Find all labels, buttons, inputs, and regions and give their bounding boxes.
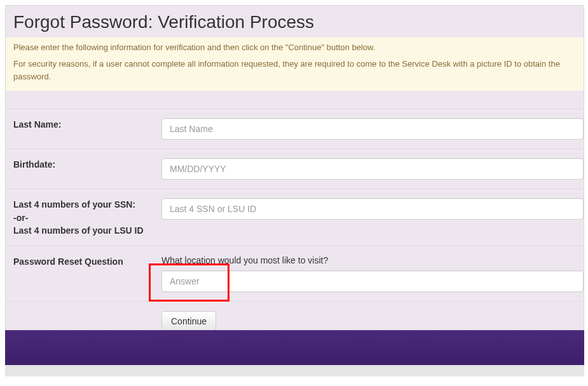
ssn-input[interactable] — [161, 198, 584, 220]
main-panel: Forgot Password: Verification Process Pl… — [5, 5, 584, 345]
page-title: Forgot Password: Verification Process — [6, 6, 584, 37]
row-question: Password Reset Question What location wo… — [6, 246, 584, 302]
answer-input[interactable] — [161, 270, 584, 292]
label-last-name: Last Name: — [6, 118, 161, 131]
label-birthdate: Birthdate: — [6, 158, 161, 171]
info-alert: Please enter the following information f… — [6, 37, 584, 91]
row-ssn: Last 4 numbers of your SSN: -or- Last 4 … — [6, 189, 584, 246]
question-text: What location would you most like to vis… — [161, 255, 584, 265]
label-ssn-line1: Last 4 numbers of your SSN: — [13, 198, 155, 211]
footer-bar — [5, 330, 584, 365]
footer-shadow — [5, 365, 584, 376]
alert-line-2: For security reasons, if a user cannot c… — [13, 58, 576, 83]
birthdate-input[interactable] — [161, 158, 584, 180]
label-ssn-line3: Last 4 numbers of your LSU ID — [13, 224, 155, 237]
alert-line-1: Please enter the following information f… — [13, 41, 576, 54]
row-last-name: Last Name: — [6, 109, 584, 149]
verification-form: Last Name: Birthdate: Last 4 numbers of … — [6, 91, 584, 344]
row-birthdate: Birthdate: — [6, 149, 584, 189]
label-question: Password Reset Question — [6, 255, 161, 268]
last-name-input[interactable] — [161, 118, 584, 140]
label-ssn-line2: -or- — [13, 211, 155, 224]
label-ssn: Last 4 numbers of your SSN: -or- Last 4 … — [6, 198, 161, 237]
continue-button[interactable]: Continue — [161, 311, 216, 331]
